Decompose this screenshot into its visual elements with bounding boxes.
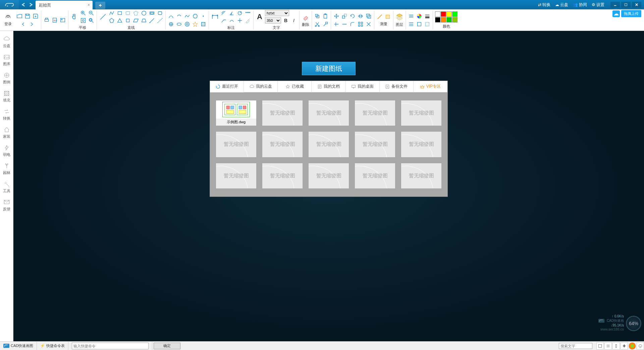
tab-vip[interactable]: VIP专区	[414, 81, 447, 92]
measure-area-icon[interactable]	[384, 13, 391, 20]
colorwheel-icon[interactable]	[416, 13, 423, 19]
sidebar-item-convert[interactable]: 转换	[0, 105, 13, 124]
linetype-icon[interactable]	[408, 13, 415, 19]
sidebar-item-tools[interactable]: 工具	[0, 178, 13, 196]
redo-icon[interactable]	[28, 2, 34, 8]
ellipse-icon[interactable]	[176, 21, 182, 28]
polygon-icon[interactable]	[108, 17, 115, 24]
explode-icon[interactable]	[365, 21, 372, 28]
tab-cloud[interactable]: 我的云盘	[244, 81, 278, 92]
maximize-button[interactable]	[621, 2, 631, 8]
file-item[interactable]: 示例图.dwg	[216, 100, 256, 126]
print-icon[interactable]	[43, 17, 50, 24]
upload-badge[interactable]: ☁ 拖拽上传	[612, 10, 641, 17]
sidebar-item-gallery[interactable]: 图库	[0, 51, 13, 69]
sb-add-icon[interactable]: +	[621, 342, 628, 350]
undo-icon[interactable]	[21, 2, 27, 8]
menu-convert[interactable]: ⇄转换	[538, 2, 550, 8]
close-icon[interactable]: ×	[88, 3, 90, 7]
sb-list-icon[interactable]	[604, 342, 612, 350]
sidebar-item-hatch[interactable]: 填充	[0, 87, 13, 105]
hatch-icon[interactable]	[200, 21, 207, 28]
polygon-outline-icon[interactable]	[132, 10, 139, 16]
dim-arc-icon[interactable]	[228, 17, 235, 24]
parallelogram-icon[interactable]	[132, 17, 139, 24]
font-select[interactable]: hztxt	[265, 10, 289, 16]
eraser-icon[interactable]	[302, 13, 310, 21]
menu-cloud[interactable]: ☁云盘	[555, 2, 568, 8]
sb-assist-icon[interactable]	[637, 342, 644, 350]
trim-icon[interactable]	[333, 21, 340, 28]
text-icon[interactable]: A	[256, 13, 264, 21]
color-swatch[interactable]	[441, 17, 446, 23]
cut-icon[interactable]	[314, 21, 321, 28]
open-icon[interactable]	[16, 13, 23, 19]
menu-collab[interactable]: 👥协同	[573, 2, 587, 8]
tab-recent[interactable]: 最近打开	[210, 81, 244, 92]
save-icon[interactable]	[24, 13, 31, 19]
color-swatch[interactable]	[435, 17, 440, 23]
measure-dist-icon[interactable]	[376, 13, 383, 20]
search-input[interactable]	[559, 343, 592, 349]
xline-icon[interactable]	[157, 17, 163, 24]
pan-icon[interactable]	[70, 13, 78, 21]
color-swatch[interactable]	[452, 11, 458, 17]
color-swatch[interactable]	[441, 11, 446, 17]
lineweight-icon[interactable]	[424, 13, 431, 19]
color-swatch[interactable]	[446, 11, 452, 17]
color-swatch[interactable]	[435, 11, 440, 17]
leader-icon[interactable]	[220, 17, 227, 24]
export-pdf-icon[interactable]: PDF	[51, 17, 58, 24]
rect-dashed-icon[interactable]	[124, 10, 131, 16]
dimension-icon[interactable]	[211, 13, 219, 21]
color-swatch[interactable]	[452, 17, 458, 23]
arc2-icon[interactable]	[176, 13, 182, 19]
scale-icon[interactable]	[341, 13, 348, 19]
ok-button[interactable]: 确定	[154, 343, 180, 349]
zoom-window-icon[interactable]	[88, 17, 95, 24]
tab-documents[interactable]: 我的文档	[312, 81, 345, 92]
sidebar-item-cloud[interactable]: 云盘	[0, 33, 13, 51]
circle-icon[interactable]	[141, 10, 147, 16]
brush-icon[interactable]	[245, 17, 251, 24]
polyline-icon[interactable]	[108, 10, 115, 16]
line-icon[interactable]	[99, 13, 107, 21]
ellipse-box-icon[interactable]	[149, 10, 155, 16]
add-tab-button[interactable]	[95, 2, 105, 9]
trapezoid-icon[interactable]	[141, 17, 147, 24]
dim-radius-icon[interactable]	[236, 10, 243, 16]
sb-grid-icon[interactable]	[596, 342, 604, 350]
extend-icon[interactable]	[341, 21, 348, 28]
color-swatch[interactable]	[446, 17, 452, 23]
circle2-icon[interactable]	[168, 21, 174, 28]
rect-icon[interactable]	[116, 10, 123, 16]
matchprop-icon[interactable]	[322, 21, 329, 28]
bold-icon[interactable]: B	[282, 17, 289, 24]
sidebar-item-feedback[interactable]: 反馈	[0, 196, 13, 214]
dim-angular-icon[interactable]	[228, 10, 235, 16]
shortcut-table-button[interactable]: ⚡快捷命令表	[37, 342, 68, 350]
sidebar-item-home[interactable]: 家装	[0, 124, 13, 142]
square-icon[interactable]	[124, 17, 131, 24]
tab-favorites[interactable]: 已收藏	[278, 81, 312, 92]
dim-continue-icon[interactable]	[245, 10, 251, 16]
minimize-button[interactable]	[610, 2, 620, 8]
tab-desktop[interactable]: 我的桌面	[346, 81, 380, 92]
command-input[interactable]	[72, 343, 149, 349]
arc-icon[interactable]	[168, 13, 174, 19]
zoom-in-icon[interactable]	[80, 10, 87, 16]
copy-icon[interactable]	[314, 13, 321, 19]
array-icon[interactable]	[357, 21, 364, 28]
canvas-area[interactable]: 新建图纸 最近打开 我的云盘 已收藏 我的文档 我的桌面 备份文件 VIP专区	[13, 31, 644, 341]
mirror-icon[interactable]	[357, 13, 364, 19]
back-icon[interactable]	[20, 21, 27, 28]
list-icon[interactable]	[408, 21, 415, 28]
rounded-rect-icon[interactable]	[157, 10, 163, 16]
pick-icon[interactable]	[424, 21, 431, 28]
rotate-icon[interactable]	[349, 13, 356, 19]
dim-ord-icon[interactable]	[236, 17, 243, 24]
block-icon[interactable]	[416, 21, 423, 28]
sb-snap-icon[interactable]	[612, 342, 620, 350]
move-icon[interactable]	[333, 13, 340, 19]
offset-icon[interactable]	[365, 13, 372, 19]
